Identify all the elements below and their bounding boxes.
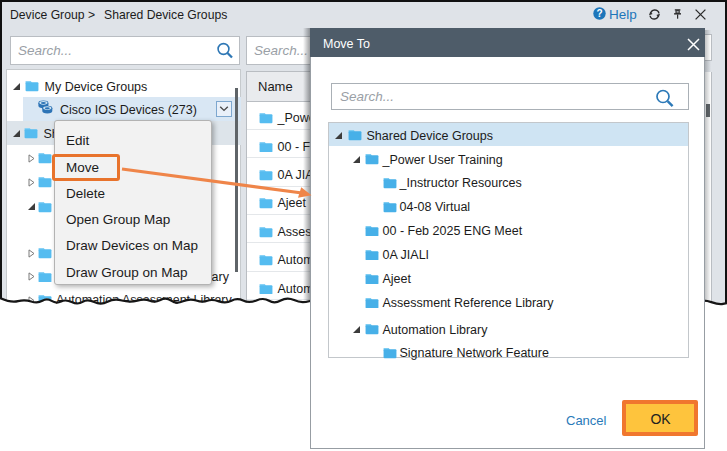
svg-text:?: ? xyxy=(596,8,602,19)
